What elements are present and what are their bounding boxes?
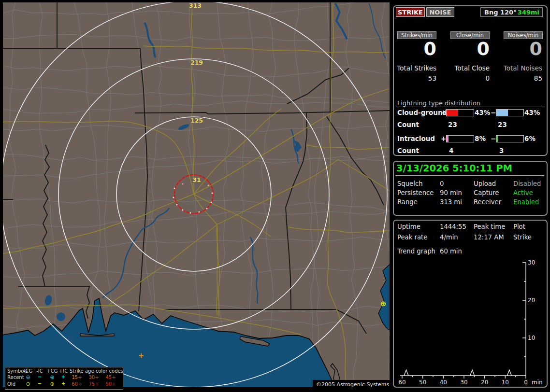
strikes-per-min-value: 0: [394, 38, 436, 59]
age-90: 90+: [103, 381, 118, 387]
minus-sign: −: [491, 109, 496, 116]
strike-mode-button[interactable]: STRIKE: [396, 7, 425, 17]
cg-negative-bar-fill: [496, 110, 508, 116]
trend-y-tick: 20: [528, 297, 535, 304]
capture-status: Active: [513, 189, 533, 196]
ic-positive-bar-fill: [447, 136, 449, 142]
persistence-value: 90 min: [440, 189, 462, 196]
ic-count-label: Count: [397, 147, 419, 154]
cg-count-label: Count: [397, 121, 419, 128]
age-30: 30+: [87, 375, 101, 380]
counters-panel: STRIKE NOISE Bng 120° 349mi Strikes/min …: [393, 5, 548, 156]
app-window: 313 219 125 31 +⊕ ©2005 Astrogenic Syste…: [0, 0, 550, 392]
ic-negative-bar: [496, 135, 524, 142]
strike-symbol-cloud-ground-positive-old: ⊕: [380, 299, 387, 308]
bearing-readout: Bng 120° 349mi: [480, 7, 543, 17]
ic-negative-count: 3: [499, 147, 504, 154]
neg-ic-recent-icon: −: [34, 374, 45, 379]
total-noises-label: Total Noises: [498, 64, 542, 72]
total-strikes-label: Total Strikes: [394, 64, 436, 72]
total-noises-value: 85: [498, 74, 542, 82]
legend-col-neg-cg: -CG: [22, 368, 34, 374]
age-45: 45+: [103, 375, 118, 380]
ic-negative-bar-fill: [496, 136, 498, 142]
trend-x-tick: 0: [524, 379, 528, 386]
distribution-header: Lightning type distribution: [397, 99, 480, 107]
trend-x-tick: 30: [460, 379, 467, 386]
pos-cg-old-icon: ⊕: [46, 381, 58, 387]
cg-negative-count: 23: [498, 121, 507, 128]
legend-col-neg-ic: -IC: [34, 368, 45, 374]
cloud-ground-label: Cloud-ground: [397, 109, 447, 116]
age-60: 60+: [70, 381, 84, 387]
bearing-range: 349mi: [518, 9, 539, 16]
upload-label: Upload: [474, 180, 496, 187]
legend-col-pos-ic: +IC: [58, 368, 69, 374]
ic-positive-pct: 8%: [475, 135, 486, 142]
total-close-label: Total Close: [446, 64, 490, 72]
neg-cg-recent-icon: ⊖: [22, 374, 34, 380]
trend-x-tick: 20: [481, 379, 488, 386]
pos-cg-recent-icon: ⊕: [46, 374, 58, 380]
range-label: Range: [397, 198, 418, 206]
legend-col-pos-cg: +CG: [46, 368, 58, 374]
ic-positive-count: 4: [449, 147, 453, 154]
strike-symbol-intracloud-positive-old: +: [138, 351, 144, 359]
ring-label-31: 31: [192, 176, 201, 183]
squelch-value: 0: [440, 180, 444, 187]
legend-row-recent-label: Recent: [7, 375, 24, 380]
cg-negative-pct: 43%: [524, 109, 540, 116]
cg-positive-pct: 43%: [475, 109, 490, 116]
legend-age-header: Strike age color codes: [70, 368, 121, 374]
ring-label-313: 313: [189, 2, 202, 9]
age-15: 15+: [70, 375, 84, 380]
persistence-label: Persistence: [397, 189, 434, 196]
trend-x-tick: 10: [502, 379, 509, 386]
cg-negative-bar: [496, 109, 524, 116]
plus-sign: +: [441, 109, 446, 116]
trend-x-unit: min: [532, 379, 543, 386]
upload-status: Disabled: [513, 180, 541, 187]
plus-sign: +: [441, 135, 446, 142]
ic-positive-bar: [446, 135, 474, 142]
total-strikes-value: 53: [394, 74, 436, 82]
divider: [395, 175, 544, 176]
trend-x-tick: 60: [398, 379, 405, 386]
trend-x-tick: 40: [440, 379, 447, 386]
receiver-status: Enabled: [513, 198, 539, 206]
ring-label-219: 219: [190, 59, 203, 66]
total-close-value: 0: [446, 74, 490, 82]
trend-x-tick: 50: [419, 379, 426, 386]
map-view[interactable]: 313 219 125 31 +⊕ ©2005 Astrogenic Syste…: [3, 2, 390, 387]
cg-positive-bar: [446, 109, 474, 116]
pos-ic-recent-icon: +: [58, 374, 69, 379]
trend-graph: 6050403020100min102030: [394, 221, 547, 387]
trend-y-tick: 30: [528, 259, 535, 266]
close-per-min-value: 0: [446, 38, 490, 59]
cg-positive-count: 23: [448, 121, 457, 128]
capture-label: Capture: [474, 189, 499, 196]
ic-negative-pct: 6%: [524, 135, 536, 142]
map-canvas[interactable]: 313 219 125 31 +⊕: [3, 2, 390, 387]
neg-ic-old-icon: −: [34, 381, 45, 386]
stats-panel: Uptime 1444:55 Peak time Plot Peak rate …: [393, 220, 548, 388]
noise-mode-button[interactable]: NOISE: [426, 7, 454, 17]
noises-per-min-value: 0: [498, 38, 542, 59]
range-value: 313 mi: [440, 198, 462, 206]
legend-row-old-label: Old: [7, 381, 15, 387]
status-panel: 3/13/2026 5:10:11 PM Squelch 0 Upload Di…: [393, 161, 548, 216]
copyright-text: ©2005 Astrogenic Systems: [313, 380, 392, 390]
bearing-label: Bng 120°: [484, 9, 517, 16]
ring-label-125: 125: [190, 117, 203, 124]
neg-cg-old-icon: ⊖: [22, 381, 34, 387]
datetime-display: 3/13/2026 5:10:11 PM: [396, 163, 512, 174]
squelch-label: Squelch: [397, 180, 423, 187]
pos-ic-old-icon: +: [58, 381, 69, 386]
trend-y-tick: 10: [528, 335, 535, 341]
age-75: 75+: [87, 381, 101, 387]
cg-positive-bar-fill: [447, 110, 458, 116]
intracloud-label: Intracloud: [397, 135, 435, 142]
receiver-label: Receiver: [474, 198, 501, 206]
divider: [396, 107, 545, 107]
trend-axes: [400, 263, 526, 378]
